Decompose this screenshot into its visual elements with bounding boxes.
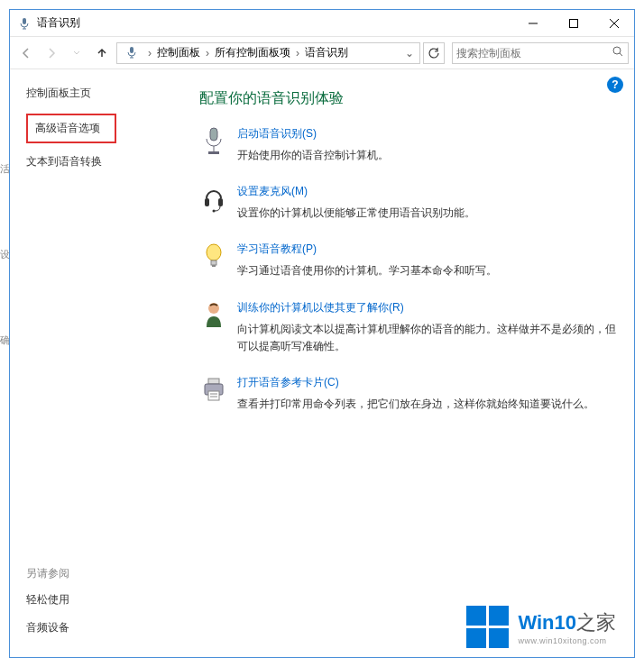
minimize-button[interactable] — [512, 10, 553, 36]
forward-button[interactable] — [41, 42, 62, 64]
back-button[interactable] — [15, 42, 37, 64]
search-input[interactable] — [456, 47, 612, 59]
printer-icon — [199, 375, 228, 404]
main-panel: 配置你的语音识别体验 启动语音识别(S) 开始使用你的语音控制计算机。 设置麦克… — [199, 69, 634, 657]
svg-line-11 — [620, 53, 622, 56]
option-desc: 向计算机阅读文本以提高计算机理解你的语音的能力。这样做并不是必须的，但可以提高听… — [237, 321, 616, 355]
setup-mic-link[interactable]: 设置麦克风(M) — [237, 184, 308, 199]
option-desc: 开始使用你的语音控制计算机。 — [237, 147, 616, 164]
edge-text: 设 — [0, 248, 9, 261]
sidebar-tts-link[interactable]: 文本到语音转换 — [26, 154, 199, 169]
svg-rect-19 — [211, 260, 216, 265]
window-title: 语音识别 — [37, 15, 512, 31]
chevron-right-icon[interactable]: › — [204, 47, 211, 59]
svg-rect-20 — [212, 265, 216, 267]
person-icon — [199, 300, 228, 329]
option-setup-mic: 设置麦克风(M) 设置你的计算机以便能够正常使用语音识别功能。 — [199, 184, 616, 222]
option-train: 训练你的计算机以使其更了解你(R) 向计算机阅读文本以提高计算机理解你的语音的能… — [199, 300, 616, 355]
svg-rect-7 — [130, 47, 133, 53]
option-desc: 学习通过语音使用你的计算机。学习基本命令和听写。 — [237, 262, 616, 279]
navbar: › 控制面板 › 所有控制面板项 › 语音识别 ⌄ — [10, 37, 634, 69]
page-title: 配置你的语音识别体验 — [199, 89, 616, 108]
sidebar-advanced-link[interactable]: 高级语音选项 — [26, 114, 116, 143]
see-also-heading: 另请参阅 — [26, 566, 199, 581]
sidebar-audio-link[interactable]: 音频设备 — [26, 620, 199, 635]
search-box[interactable] — [452, 42, 629, 64]
edge-text: 活 — [0, 162, 9, 176]
svg-point-17 — [213, 210, 216, 213]
svg-rect-4 — [569, 19, 577, 27]
recent-dropdown[interactable] — [66, 42, 87, 64]
refresh-button[interactable] — [423, 42, 445, 64]
reference-link[interactable]: 打开语音参考卡片(C) — [237, 375, 339, 390]
chevron-right-icon[interactable]: › — [146, 47, 153, 59]
sidebar-home-link[interactable]: 控制面板主页 — [26, 86, 199, 101]
lightbulb-icon — [199, 242, 228, 270]
titlebar: 语音识别 — [10, 10, 634, 37]
breadcrumb[interactable]: › 控制面板 › 所有控制面板项 › 语音识别 ⌄ — [116, 42, 420, 64]
svg-rect-16 — [218, 198, 223, 206]
train-link[interactable]: 训练你的计算机以使其更了解你(R) — [237, 300, 404, 315]
sidebar: 控制面板主页 高级语音选项 文本到语音转换 另请参阅 轻松使用 音频设备 — [10, 69, 199, 657]
edge-text: 确 — [0, 334, 9, 347]
content-area: ? 控制面板主页 高级语音选项 文本到语音转换 另请参阅 轻松使用 音频设备 配… — [10, 69, 634, 657]
start-speech-link[interactable]: 启动语音识别(S) — [237, 126, 317, 142]
close-button[interactable] — [593, 10, 634, 36]
breadcrumb-item[interactable]: 控制面板 — [155, 45, 202, 60]
search-icon[interactable] — [612, 45, 624, 60]
tutorial-link[interactable]: 学习语音教程(P) — [237, 242, 317, 257]
mic-icon — [124, 45, 141, 61]
chevron-right-icon[interactable]: › — [294, 47, 301, 59]
help-icon[interactable]: ? — [607, 77, 623, 93]
headset-icon — [199, 184, 228, 213]
up-button[interactable] — [91, 42, 113, 64]
microphone-icon — [199, 126, 228, 155]
svg-point-18 — [207, 244, 221, 260]
option-tutorial: 学习语音教程(P) 学习通过语音使用你的计算机。学习基本命令和听写。 — [199, 242, 616, 279]
mic-icon — [17, 16, 32, 31]
sidebar-ease-link[interactable]: 轻松使用 — [26, 592, 199, 608]
svg-rect-22 — [208, 379, 219, 384]
breadcrumb-item[interactable]: 所有控制面板项 — [213, 45, 292, 60]
breadcrumb-item[interactable]: 语音识别 — [303, 45, 350, 60]
window: 语音识别 › 控制面板 › 所有控制面板项 › 语音识别 ⌄ — [9, 9, 635, 658]
svg-rect-12 — [210, 128, 217, 141]
svg-point-10 — [613, 47, 621, 54]
option-desc: 查看并打印常用命令列表，把它们放在身边，这样你就始终知道要说什么。 — [237, 396, 616, 413]
maximize-button[interactable] — [553, 10, 593, 36]
option-reference: 打开语音参考卡片(C) 查看并打印常用命令列表，把它们放在身边，这样你就始终知道… — [199, 375, 616, 413]
svg-rect-24 — [208, 391, 219, 400]
option-start: 启动语音识别(S) 开始使用你的语音控制计算机。 — [199, 126, 616, 164]
option-desc: 设置你的计算机以便能够正常使用语音识别功能。 — [237, 205, 616, 222]
chevron-down-icon[interactable]: ⌄ — [403, 47, 416, 59]
svg-rect-14 — [208, 151, 219, 154]
svg-rect-15 — [205, 198, 209, 206]
svg-rect-0 — [23, 18, 26, 24]
